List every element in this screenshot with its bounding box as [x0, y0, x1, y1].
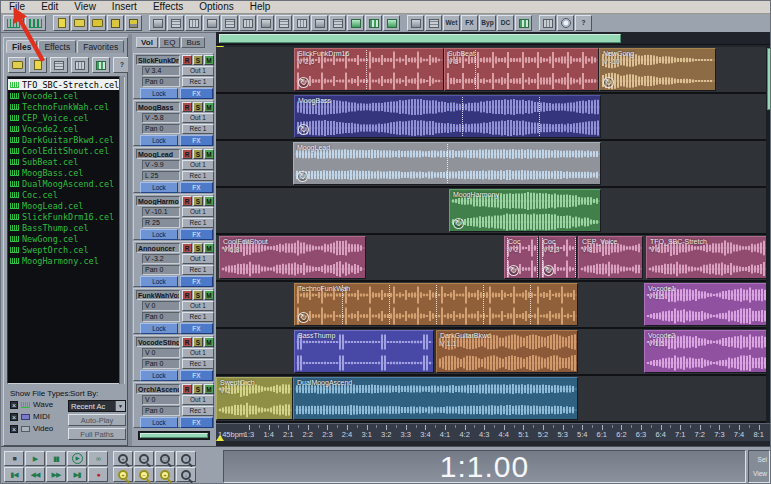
fx-button[interactable]: FX — [180, 229, 213, 240]
file-item-dualmoogascend-cel[interactable]: DualMoogAscend.cel — [8, 178, 124, 189]
copy-button[interactable] — [203, 15, 220, 31]
pan-value[interactable]: Pan 0 — [142, 312, 180, 322]
record-device-button[interactable]: Rec 1 — [182, 312, 214, 322]
track-name[interactable]: MoogBass — [136, 102, 180, 112]
lock-button[interactable]: Lock — [140, 323, 178, 334]
solo-button[interactable]: S — [193, 337, 203, 347]
file-list-scrollbar[interactable] — [119, 76, 124, 384]
track-name[interactable]: FunkWahVox — [136, 290, 180, 300]
scrollbar-thumb[interactable] — [140, 433, 208, 438]
fx-button[interactable]: FX — [180, 370, 213, 381]
checkbox-video[interactable]: × — [10, 425, 18, 433]
save-button[interactable] — [107, 15, 124, 31]
zoom-out-button[interactable]: − — [134, 451, 154, 466]
menu-item-help[interactable]: Help — [242, 1, 279, 13]
lock-button[interactable]: Lock — [140, 370, 178, 381]
track-lane-5[interactable]: CoolEditShoutV 6.8CocV 2↻CocV 2.3↻CEP_Vo… — [216, 235, 771, 282]
track-name[interactable]: MoogHarmony — [136, 196, 180, 206]
sort-by-dropdown[interactable]: Recent Ac ▼ — [68, 400, 126, 412]
find-beats-button[interactable] — [365, 15, 382, 31]
edit-view-button[interactable] — [3, 15, 24, 31]
record-device-button[interactable]: Rec 1 — [182, 406, 214, 416]
checkbox-wave[interactable]: × — [10, 401, 18, 409]
full-paths-button[interactable]: Full Paths — [68, 428, 126, 440]
close-file-button[interactable] — [29, 57, 47, 73]
solo-button[interactable]: S — [193, 102, 203, 112]
file-item-slickfunkdrm16-cel[interactable]: SlickFunkDrm16.cel — [8, 211, 124, 222]
auto-play-button[interactable]: Auto-Play — [68, 414, 126, 426]
clip-newgong[interactable]: NewGongV -10↻ — [599, 48, 716, 91]
file-item-technofunkwah-cel[interactable]: TechnoFunkWah.cel — [8, 101, 124, 112]
save-as-button[interactable] — [125, 15, 142, 31]
crossfade-button[interactable] — [257, 15, 274, 31]
file-item-tfo-sbc-stretch-cel[interactable]: TFO_SBC-Stretch.cel — [8, 79, 124, 90]
clip-moogharmony[interactable]: MoogHarmony↻ — [449, 189, 601, 232]
record-device-button[interactable]: Rec 1 — [182, 218, 214, 228]
volume-value[interactable]: V 3.4 — [142, 66, 180, 76]
output-button[interactable]: Out 1 — [182, 113, 214, 123]
menu-item-view[interactable]: View — [66, 1, 104, 13]
loop-play-button[interactable]: ∞ — [88, 451, 108, 466]
solo-button[interactable]: S — [193, 149, 203, 159]
output-button[interactable]: Out 1 — [182, 395, 214, 405]
wet-dry-button[interactable]: Wet — [443, 15, 460, 31]
record-monitor-button[interactable] — [515, 15, 532, 31]
fx-button[interactable]: FX — [180, 182, 213, 193]
solo-button[interactable]: S — [193, 196, 203, 206]
track-lane-1[interactable]: SlickFunkDrm16V 2.6↻SubBeatV 8NewGongV -… — [216, 47, 771, 94]
tab-vol[interactable]: Vol — [136, 37, 158, 48]
mute-button[interactable]: M — [204, 384, 214, 394]
paste-button[interactable] — [221, 15, 238, 31]
track-name[interactable]: MoogLead — [136, 149, 180, 159]
output-button[interactable]: Out 1 — [182, 254, 214, 264]
record-arm-button[interactable]: R — [182, 102, 192, 112]
volume-value[interactable]: V -9.9 — [142, 160, 180, 170]
clip-slickfunkdrm16[interactable]: SlickFunkDrm16V 2.6↻ — [294, 48, 444, 91]
play-from-cursor-button[interactable]: ▶ — [67, 451, 87, 466]
zoom-in-button[interactable]: + — [113, 451, 133, 466]
record-arm-button[interactable]: R — [182, 149, 192, 159]
mute-button[interactable]: M — [204, 196, 214, 206]
record-arm-button[interactable]: R — [182, 290, 192, 300]
insert-into-multitrack-button[interactable] — [50, 57, 68, 73]
volume-value[interactable]: V 0 — [142, 301, 180, 311]
clip-coc[interactable]: CocV 2↻ — [504, 236, 539, 279]
record-device-button[interactable]: Rec 1 — [182, 265, 214, 275]
file-list[interactable]: TFO_SBC-Stretch.celVocode1.celTechnoFunk… — [7, 76, 125, 384]
record-device-button[interactable]: Rec 1 — [182, 359, 214, 369]
clip-technofunkwah[interactable]: TechnoFunkWah↻ — [294, 283, 578, 326]
mix-paste-button[interactable] — [239, 15, 256, 31]
scrollbar-thumb[interactable] — [219, 34, 621, 43]
cd-project-button[interactable] — [557, 15, 574, 31]
volume-value[interactable]: V -5.8 — [142, 113, 180, 123]
loop-duplicate-button[interactable] — [407, 15, 424, 31]
tab-eq[interactable]: EQ — [159, 37, 181, 48]
fx-button[interactable]: FX — [180, 417, 213, 428]
fx-button[interactable]: FX — [180, 88, 213, 99]
menu-item-file[interactable]: File — [1, 1, 33, 13]
mute-button[interactable]: M — [204, 243, 214, 253]
lock-button[interactable]: Lock — [140, 229, 178, 240]
file-item-mooglead-cel[interactable]: MoogLead.cel — [8, 200, 124, 211]
track-name[interactable]: VocodeSting — [136, 337, 180, 347]
checkbox-midi[interactable]: × — [10, 413, 18, 421]
output-button[interactable]: Out 1 — [182, 301, 214, 311]
vertical-scrollbar[interactable] — [766, 47, 771, 423]
fx-rack-button[interactable]: FX — [461, 15, 478, 31]
open-file-button[interactable] — [71, 15, 88, 31]
fast-forward-button[interactable]: ▶▶ — [46, 467, 66, 482]
file-item-darkguitarbkwd-cel[interactable]: DarkGuitarBkwd.cel — [8, 134, 124, 145]
file-item-sweptorch-cel[interactable]: SweptOrch.cel — [8, 244, 124, 255]
record-button[interactable]: ● — [88, 467, 108, 482]
pan-value[interactable]: L 25 — [142, 171, 180, 181]
track-lane-8[interactable]: SweptOrchV 2DualMoogAscend — [216, 376, 771, 423]
play-button[interactable]: ▶ — [25, 451, 45, 466]
track-lane-2[interactable]: MoogBass↻ — [216, 94, 771, 141]
track-name[interactable]: SlickFunkDrm16 — [136, 55, 180, 65]
help-button[interactable]: ? — [575, 15, 592, 31]
lock-button[interactable]: Lock — [140, 182, 178, 193]
clip-dualmoogascend[interactable]: DualMoogAscend — [293, 377, 578, 420]
pan-envelope-button[interactable] — [425, 15, 442, 31]
solo-button[interactable]: S — [193, 290, 203, 300]
menu-item-insert[interactable]: Insert — [104, 1, 145, 13]
